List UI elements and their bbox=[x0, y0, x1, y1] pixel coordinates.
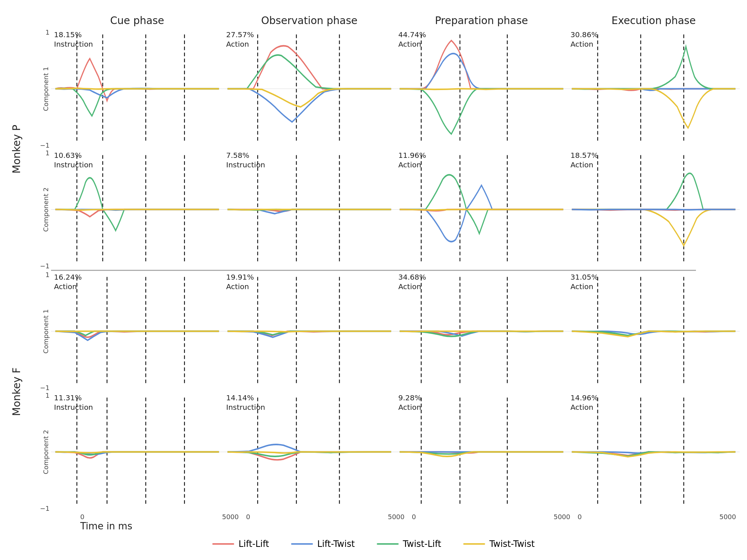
chart-area: Monkey P 1 Component 1 −1 18.15% Instruc… bbox=[7, 28, 740, 512]
y-tick-1: 1 bbox=[46, 28, 50, 36]
cell-p2-obs: 7.58% Instruction bbox=[223, 149, 395, 270]
cell-p2-obs-label: 7.58% Instruction bbox=[226, 151, 265, 170]
cell-p1-cue-label: 18.15% Instruction bbox=[54, 30, 93, 49]
x-axis-title: Time in ms bbox=[77, 521, 740, 532]
x-tick-5000-2: 5000 bbox=[388, 513, 405, 521]
col-header-cue: Cue phase bbox=[51, 15, 223, 27]
legend-label-1: Lift-Twist bbox=[317, 539, 355, 549]
x-tick-5000-1: 5000 bbox=[222, 513, 239, 521]
y-label-comp2: Component 2 bbox=[42, 187, 50, 232]
cell-p1-cue: 18.15% Instruction bbox=[51, 28, 223, 149]
x-ticks-3: 0 5000 bbox=[408, 512, 574, 521]
legend-item-2: Twist-Lift bbox=[377, 539, 441, 549]
cell-p2-prep-label: 11.96% Action bbox=[398, 151, 426, 170]
y-axis-p2: 1 Component 2 −1 bbox=[26, 149, 51, 270]
y-tick-1b: 1 bbox=[46, 149, 50, 157]
cell-f2-prep: 9.28% Action bbox=[395, 392, 568, 512]
x-axis-title-row: Time in ms bbox=[51, 521, 740, 532]
monkey-p-label: Monkey P bbox=[7, 28, 26, 270]
x-tick-0-3: 0 bbox=[412, 513, 416, 521]
cell-f2-obs: 14.14% Instruction bbox=[223, 392, 395, 512]
x-ticks-4: 0 5000 bbox=[574, 512, 740, 521]
cell-p1-prep: 44.74% Action bbox=[395, 28, 568, 149]
legend-line-0 bbox=[212, 543, 234, 545]
cell-p2-exec: 18.57% Action bbox=[568, 149, 740, 270]
x-ticks-2: 0 5000 bbox=[243, 512, 409, 521]
y-label-comp2f: Component 2 bbox=[42, 430, 50, 474]
y-tick-1d: 1 bbox=[46, 392, 50, 399]
cell-f1-exec: 31.05% Action bbox=[568, 271, 740, 392]
cell-f2-prep-label: 9.28% Action bbox=[398, 393, 422, 412]
monkey-p-rows: 1 Component 1 −1 18.15% Instruction bbox=[26, 28, 740, 270]
cell-f2-exec: 14.96% Action bbox=[568, 392, 740, 512]
y-tick-m1c: −1 bbox=[40, 384, 50, 392]
monkey-f-row1-cells: 16.24% Action bbox=[51, 271, 740, 392]
y-tick-m1b: −1 bbox=[40, 262, 50, 270]
cell-f1-cue: 16.24% Action bbox=[51, 271, 223, 392]
cell-f1-cue-label: 16.24% Action bbox=[54, 272, 82, 291]
x-axis-row: 0 5000 0 5000 0 5000 0 5000 bbox=[51, 512, 740, 521]
cell-f1-prep: 34.68% Action bbox=[395, 271, 568, 392]
cell-p2-exec-label: 18.57% Action bbox=[570, 151, 598, 170]
monkey-p-row1: 1 Component 1 −1 18.15% Instruction bbox=[26, 28, 740, 149]
x-tick-5000-4: 5000 bbox=[719, 513, 736, 521]
y-label-comp1f: Component 1 bbox=[42, 309, 50, 354]
cell-f1-obs: 19.91% Action bbox=[223, 271, 395, 392]
legend-item-0: Lift-Lift bbox=[212, 539, 269, 549]
cell-f2-obs-label: 14.14% Instruction bbox=[226, 393, 265, 412]
cell-p1-obs: 27.57% Action bbox=[223, 28, 395, 149]
y-tick-1c: 1 bbox=[46, 271, 50, 279]
y-tick-m1d: −1 bbox=[40, 505, 50, 512]
legend-label-3: Twist-Twist bbox=[489, 539, 535, 549]
legend-line-3 bbox=[463, 543, 485, 545]
y-label-comp1: Component 1 bbox=[42, 67, 50, 111]
col-header-obs: Observation phase bbox=[223, 15, 395, 27]
cell-p1-prep-label: 44.74% Action bbox=[398, 30, 426, 49]
col-header-prep: Preparation phase bbox=[395, 15, 568, 27]
cell-f1-prep-label: 34.68% Action bbox=[398, 272, 426, 291]
cell-f1-obs-label: 19.91% Action bbox=[226, 272, 254, 291]
legend-line-1 bbox=[291, 543, 313, 545]
x-tick-0-2: 0 bbox=[246, 513, 250, 521]
legend-line-2 bbox=[377, 543, 399, 545]
col-header-exec: Execution phase bbox=[568, 15, 740, 27]
cell-f2-cue-label: 11.31% Instruction bbox=[54, 393, 93, 412]
monkey-p-row2: 1 Component 2 −1 10.63% Instruction bbox=[26, 149, 740, 270]
y-axis-p1: 1 Component 1 −1 bbox=[26, 28, 51, 149]
monkey-f-rows: 1 Component 1 −1 16.24% Action bbox=[26, 271, 740, 512]
cell-p1-obs-label: 27.57% Action bbox=[226, 30, 254, 49]
legend-label-0: Lift-Lift bbox=[239, 539, 269, 549]
legend-label-2: Twist-Lift bbox=[403, 539, 441, 549]
x-tick-0-4: 0 bbox=[578, 513, 582, 521]
monkey-p-section: Monkey P 1 Component 1 −1 18.15% Instruc… bbox=[7, 28, 740, 270]
cell-p2-prep: 11.96% Action bbox=[395, 149, 568, 270]
monkey-f-row2: 1 Component 2 −1 11.31% Instruction bbox=[26, 392, 740, 512]
monkey-p-row2-cells: 10.63% Instruction bbox=[51, 149, 740, 270]
cell-p1-exec-label: 30.86% Action bbox=[570, 30, 598, 49]
x-tick-0-1: 0 bbox=[80, 513, 84, 521]
legend: Lift-Lift Lift-Twist Twist-Lift Twist-Tw… bbox=[7, 532, 740, 553]
monkey-f-section: Monkey F 1 Component 1 −1 16.24% Action bbox=[7, 271, 740, 512]
cell-p1-exec: 30.86% Action bbox=[568, 28, 740, 149]
main-container: Cue phase Observation phase Preparation … bbox=[0, 0, 747, 560]
col-headers: Cue phase Observation phase Preparation … bbox=[51, 15, 740, 27]
cell-p2-cue-label: 10.63% Instruction bbox=[54, 151, 93, 170]
monkey-f-label: Monkey F bbox=[7, 271, 26, 512]
monkey-p-row1-cells: 18.15% Instruction bbox=[51, 28, 740, 149]
monkey-f-row1: 1 Component 1 −1 16.24% Action bbox=[26, 271, 740, 392]
cell-f2-exec-label: 14.96% Action bbox=[570, 393, 598, 412]
legend-item-1: Lift-Twist bbox=[291, 539, 355, 549]
legend-item-3: Twist-Twist bbox=[463, 539, 535, 549]
cell-f2-cue: 11.31% Instruction bbox=[51, 392, 223, 512]
monkey-f-row2-cells: 11.31% Instruction bbox=[51, 392, 740, 512]
x-tick-5000-3: 5000 bbox=[554, 513, 570, 521]
x-ticks-row: 0 5000 0 5000 0 5000 0 5000 bbox=[77, 512, 740, 521]
y-axis-f2: 1 Component 2 −1 bbox=[26, 392, 51, 512]
x-ticks-1: 0 5000 bbox=[77, 512, 243, 521]
cell-p2-cue: 10.63% Instruction bbox=[51, 149, 223, 270]
cell-f1-exec-label: 31.05% Action bbox=[570, 272, 598, 291]
y-axis-f1: 1 Component 1 −1 bbox=[26, 271, 51, 392]
y-tick-m1: −1 bbox=[40, 141, 50, 149]
